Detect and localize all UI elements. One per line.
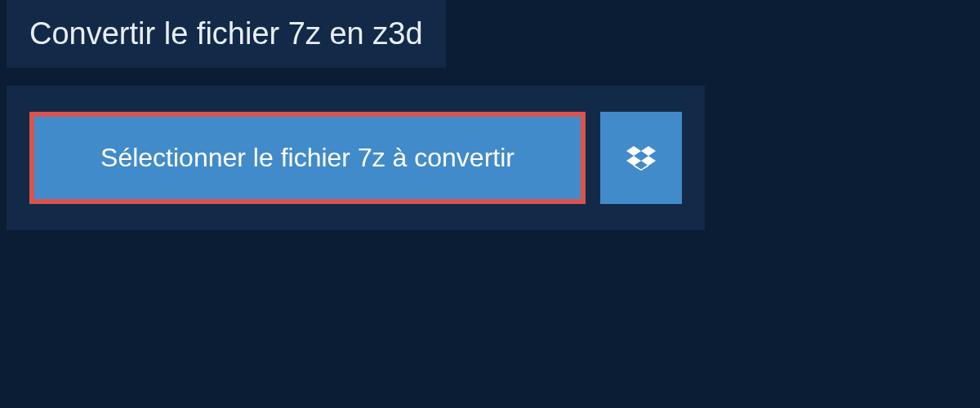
header-bar: Convertir le fichier 7z en z3d xyxy=(7,0,446,68)
upload-panel: Sélectionner le fichier 7z à convertir xyxy=(7,86,705,230)
dropbox-button[interactable] xyxy=(600,112,682,204)
page-title: Convertir le fichier 7z en z3d xyxy=(29,16,423,51)
select-file-button[interactable]: Sélectionner le fichier 7z à convertir xyxy=(29,112,586,204)
dropbox-icon xyxy=(626,144,656,173)
select-file-label: Sélectionner le fichier 7z à convertir xyxy=(100,143,514,173)
